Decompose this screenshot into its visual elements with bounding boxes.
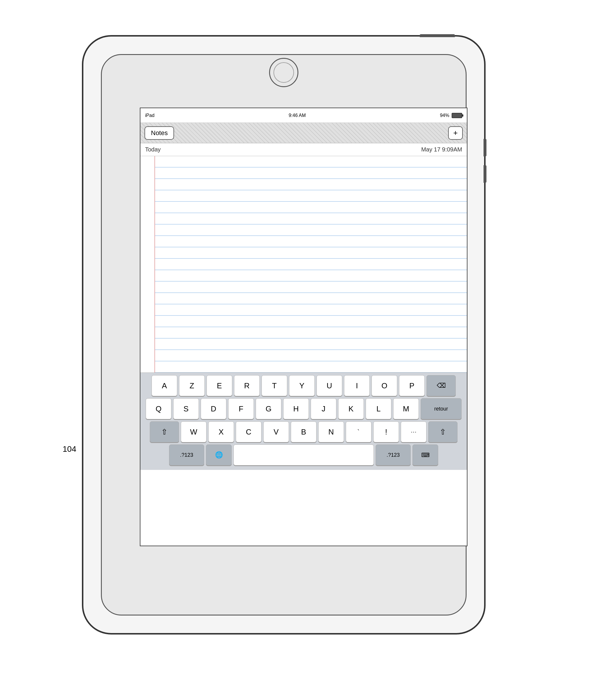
- key-ellipsis[interactable]: ⋯: [401, 421, 427, 442]
- key-p[interactable]: P: [399, 375, 425, 396]
- home-button-area: [102, 55, 466, 90]
- keyboard-dismiss-key[interactable]: ⌨: [412, 445, 438, 466]
- keyboard-row-2: Q S D F G H J K L M retour: [142, 398, 466, 419]
- key-h[interactable]: H: [283, 398, 309, 419]
- key-m[interactable]: M: [393, 398, 419, 419]
- key-z[interactable]: Z: [179, 375, 205, 396]
- keyboard-area: A Z E R T Y U I O P ⌫ Q S D F: [140, 373, 467, 470]
- key-n[interactable]: N: [318, 421, 344, 442]
- key-q[interactable]: Q: [146, 398, 171, 419]
- key-t[interactable]: T: [262, 375, 287, 396]
- carrier-label: iPad: [145, 113, 154, 118]
- status-bar: iPad 9:46 AM 94%: [140, 108, 467, 123]
- key-b[interactable]: B: [291, 421, 316, 442]
- key-exclaim[interactable]: !: [373, 421, 399, 442]
- key-g[interactable]: G: [256, 398, 282, 419]
- key-s[interactable]: S: [173, 398, 199, 419]
- key-v[interactable]: V: [263, 421, 289, 442]
- key-r[interactable]: R: [234, 375, 260, 396]
- battery-icon: [452, 113, 462, 118]
- key-o[interactable]: O: [371, 375, 397, 396]
- key-f[interactable]: F: [228, 398, 254, 419]
- battery-percent: 94%: [440, 113, 449, 118]
- note-content-area[interactable]: [140, 156, 467, 373]
- note-date: Today: [145, 146, 161, 153]
- note-margin: [140, 156, 155, 373]
- space-key[interactable]: [234, 445, 374, 466]
- keyboard-row-4: .?123 🌐 .?123 ⌨: [142, 445, 466, 466]
- keyboard-row-1: A Z E R T Y U I O P ⌫: [142, 375, 466, 396]
- ipad-device: iPad 9:46 AM 94% Notes + Today May 17 9:…: [82, 35, 486, 634]
- top-button[interactable]: [420, 34, 455, 37]
- globe-key[interactable]: 🌐: [206, 445, 232, 466]
- time-label: 9:46 AM: [289, 113, 306, 118]
- key-x[interactable]: X: [208, 421, 234, 442]
- key-y[interactable]: Y: [289, 375, 315, 396]
- left-shift-key[interactable]: ⇧: [150, 421, 179, 442]
- key-u[interactable]: U: [316, 375, 342, 396]
- ipad-screen: iPad 9:46 AM 94% Notes + Today May 17 9:…: [140, 108, 467, 546]
- key-l[interactable]: L: [366, 398, 391, 419]
- key-k[interactable]: K: [338, 398, 364, 419]
- ipad-inner-bezel: iPad 9:46 AM 94% Notes + Today May 17 9:…: [101, 54, 466, 616]
- battery-area: 94%: [440, 113, 462, 118]
- label-104-text: 104: [63, 445, 76, 454]
- note-header: Today May 17 9:09AM: [140, 143, 467, 156]
- key-e[interactable]: E: [207, 375, 232, 396]
- key-j[interactable]: J: [311, 398, 336, 419]
- add-note-button[interactable]: +: [448, 126, 463, 140]
- backspace-key[interactable]: ⌫: [427, 375, 456, 396]
- key-i[interactable]: I: [344, 375, 370, 396]
- key-d[interactable]: D: [201, 398, 226, 419]
- key-punct1[interactable]: ˋ: [346, 421, 371, 442]
- right-shift-key[interactable]: ⇧: [428, 421, 457, 442]
- note-timestamp: May 17 9:09AM: [421, 146, 462, 153]
- key-w[interactable]: W: [181, 421, 207, 442]
- keyboard-row-3: ⇧ W X C V B N ˋ ! ⋯ ⇧: [142, 421, 466, 442]
- return-key[interactable]: retour: [420, 398, 462, 419]
- note-lines[interactable]: [155, 156, 467, 373]
- volume-down-button[interactable]: [484, 165, 486, 183]
- notes-button[interactable]: Notes: [145, 126, 174, 140]
- key-c[interactable]: C: [236, 421, 262, 442]
- key-a[interactable]: A: [151, 375, 177, 396]
- nav-bar: Notes +: [140, 123, 467, 143]
- home-button[interactable]: [269, 58, 298, 87]
- numeric-right-key[interactable]: .?123: [376, 445, 411, 466]
- home-button-inner: [273, 62, 294, 83]
- volume-up-button[interactable]: [484, 139, 486, 156]
- numeric-left-key[interactable]: .?123: [169, 445, 204, 466]
